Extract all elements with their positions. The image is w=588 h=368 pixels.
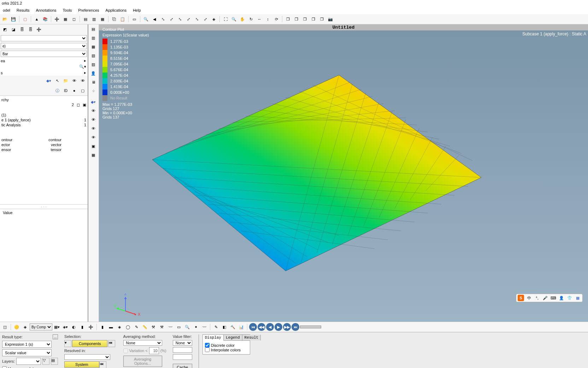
hammer-icon[interactable]: 🔨 (229, 323, 237, 331)
variation-checkbox[interactable] (123, 349, 128, 353)
box-icon[interactable]: ◻ (70, 15, 78, 23)
system-button[interactable]: System (64, 361, 99, 368)
grid-icon[interactable]: ▦ (61, 15, 69, 23)
tree-row[interactable]: (1) (1, 113, 86, 117)
keyboard-icon[interactable]: ⌨ (550, 295, 557, 301)
id-toggle[interactable]: ID (62, 87, 70, 94)
value-filter-select[interactable]: None (173, 340, 192, 346)
filter-icon[interactable]: ▽ (42, 358, 49, 365)
chevron-right-icon[interactable]: ▸ (84, 58, 86, 63)
save-icon[interactable]: 💾 (10, 15, 17, 23)
menu-model[interactable]: odel (0, 7, 13, 13)
components-button[interactable]: Components (72, 340, 107, 347)
tab-display[interactable]: Display (203, 335, 224, 341)
folder-icon[interactable]: 📁 (62, 77, 70, 85)
paste-icon[interactable]: 📋 (119, 15, 127, 23)
menu-annotations[interactable]: Annotations (33, 7, 59, 13)
section-icon[interactable]: ◐ (70, 323, 78, 331)
axis-xy-icon[interactable]: ⤡ (159, 15, 167, 23)
play-icon[interactable]: ▶ (275, 323, 282, 331)
tree-row[interactable]: ectorvector (1, 142, 86, 147)
tree-row[interactable]: tic Analysis1 (1, 122, 86, 127)
menu-applications[interactable]: Applications (103, 7, 129, 13)
doc-icon[interactable]: ▤ (82, 15, 89, 23)
search-icon[interactable]: 🔍 (79, 64, 84, 69)
component-select[interactable]: Scalar value (2, 349, 52, 356)
filter-min-input[interactable] (173, 347, 192, 353)
cube-icon[interactable]: ▣ (89, 142, 98, 150)
sel-mode-icon[interactable]: ▾ (64, 340, 71, 347)
menu-help[interactable]: Help (130, 7, 144, 13)
tool-icon[interactable]: ⚒ (158, 323, 166, 331)
copy-icon[interactable]: ⿻ (110, 15, 118, 23)
open-icon[interactable]: 📂 (1, 15, 9, 23)
mic-icon[interactable]: 🎤 (542, 295, 548, 301)
window-icon[interactable]: ❐ (284, 15, 292, 23)
interpolate-checkbox[interactable] (205, 347, 210, 352)
last-icon[interactable]: ⏭ (292, 323, 299, 331)
eraser-icon[interactable]: ◧ (220, 323, 228, 331)
filter-max-input[interactable] (173, 354, 192, 360)
wire-cube-icon[interactable]: ▦▾ (53, 323, 61, 331)
layers-select[interactable] (16, 358, 41, 365)
3d-viewport[interactable]: Untitled (99, 24, 588, 322)
shirt-icon[interactable]: 👕 (566, 295, 573, 301)
ime-toolbar[interactable]: S 中 °, 🎤 ⌨ 👤 👕 ▦ (516, 294, 583, 302)
path-icon[interactable]: 〰 (200, 323, 208, 331)
arrows-v-icon[interactable]: ↕ (264, 15, 272, 23)
zoom-icon[interactable]: 🔍 (142, 15, 150, 23)
fwd-icon[interactable]: ▶▶ (283, 323, 291, 331)
cache-button[interactable]: Cache (173, 364, 192, 368)
cube-icon[interactable]: ▦ (89, 151, 98, 159)
axis-yz-icon[interactable]: ⤢ (167, 15, 175, 23)
db-icon[interactable]: 🗄 (27, 25, 34, 33)
discrete-checkbox[interactable] (205, 343, 210, 347)
bycomp-dropdown[interactable]: By Comp (30, 323, 52, 330)
sogou-icon[interactable]: S (518, 295, 524, 301)
eye-icon[interactable]: 👁 (79, 77, 87, 85)
entity-icon[interactable]: ◆▾ (89, 98, 98, 106)
zoom-in-icon[interactable]: 🔍 (230, 15, 238, 23)
back-icon[interactable]: ◀ (266, 323, 274, 331)
color-sphere-icon[interactable]: 🟡 (13, 323, 20, 331)
chart-icon[interactable]: 📊 (237, 323, 245, 331)
cube-icon[interactable]: ◈ (21, 323, 29, 331)
tab-result[interactable]: Result (242, 335, 261, 340)
window-icon[interactable]: ❐ (310, 15, 317, 23)
grid-icon[interactable]: ▦ (575, 295, 581, 301)
pencil-icon[interactable]: ✎ (133, 323, 140, 331)
clip-icon[interactable]: ▭ (130, 15, 138, 23)
tensor-icon[interactable]: ▧ (89, 52, 98, 59)
reset-icon[interactable]: ⏮ (99, 361, 106, 368)
layer-icon[interactable]: ◆▾ (45, 77, 53, 85)
bar-icon[interactable]: ▮ (78, 323, 86, 331)
tab-legend[interactable]: Legend (224, 335, 242, 340)
punct-icon[interactable]: °, (534, 295, 540, 301)
db-icon[interactable]: 🗄 (18, 25, 26, 33)
tree-row[interactable]: e 1 (apply_force)1 (1, 117, 86, 122)
axis-xz-icon[interactable]: ⤡ (176, 15, 184, 23)
window-icon[interactable]: ❐ (293, 15, 300, 23)
rotate-icon[interactable]: ⟳ (272, 15, 280, 23)
tb-icon[interactable]: ◩ (1, 25, 9, 33)
chevron-right-icon[interactable]: ▸ (84, 70, 86, 75)
arrows-h-icon[interactable]: ↔ (255, 15, 263, 23)
tool-icon[interactable]: ▲ (33, 15, 41, 23)
deform-icon[interactable]: ▨ (89, 61, 98, 68)
edit-icon[interactable]: ✎ (212, 323, 220, 331)
resolved-select[interactable] (64, 354, 110, 360)
box-icon[interactable]: ▢ (79, 87, 87, 94)
node-icon[interactable]: ✦ (192, 323, 200, 331)
window-icon[interactable]: ❐ (301, 15, 309, 23)
pts-icon[interactable]: ⁘ (89, 87, 98, 95)
camera-icon[interactable]: 📷 (327, 15, 334, 23)
eye-icon[interactable]: 👁 (70, 77, 78, 85)
vector-icon[interactable]: ▦ (89, 43, 98, 51)
reset-icon[interactable]: ⏮ (108, 340, 115, 347)
eye-icon[interactable]: 👁 (89, 133, 98, 141)
result-type-select[interactable]: Expression 1 (s) (2, 341, 52, 348)
plus-icon[interactable]: ➕ (53, 15, 61, 23)
chevron-down-icon[interactable]: ▾ (84, 64, 86, 69)
doc-icon[interactable]: ▥ (90, 15, 98, 23)
model-tree[interactable]: rchy 2◻▣ (1) e 1 (apply_force)1 tic Anal… (0, 96, 88, 204)
